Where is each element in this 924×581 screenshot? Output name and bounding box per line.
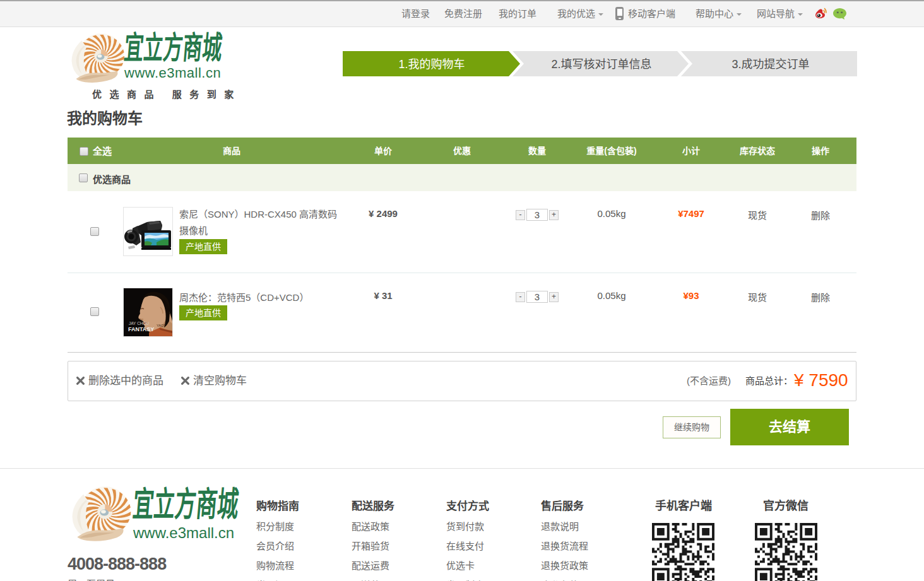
svg-text:JAY CHOU: JAY CHOU <box>129 321 150 326</box>
svg-text:YAOT: YAOT <box>157 324 166 327</box>
svg-text:2.填写核对订单信息: 2.填写核对订单信息 <box>551 58 651 71</box>
svg-text:3.成功提交订单: 3.成功提交订单 <box>732 58 809 71</box>
svg-text:FANTASY: FANTASY <box>128 326 154 332</box>
svg-text:1.我的购物车: 1.我的购物车 <box>398 58 465 71</box>
